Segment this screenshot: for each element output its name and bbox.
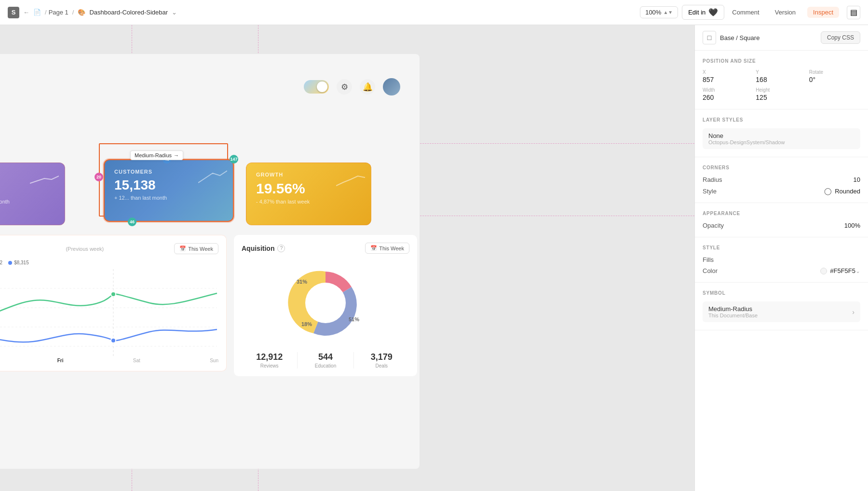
back-button[interactable]: ← [23,9,29,16]
toggle-knob [317,82,327,92]
growth-sparkline [336,169,365,188]
panel-header: □ Base / Square Copy CSS [695,25,868,51]
position-size-section: POSITION AND SIZE X 857 Y 168 Rotate 0° … [695,51,868,109]
day-fri: Fri [57,358,64,363]
zoom-arrow-icon: ▲▼ [663,10,673,15]
comment-button[interactable]: Comment [728,7,763,18]
main-layout: ⚙ 🔔 Medium-Radius → ORDERS 5,661 + 3,21%… [0,25,868,491]
growth-card: GROWTH 19.56% - 4,87% than last week [246,163,371,225]
zoom-control[interactable]: 100% ▲▼ [640,6,678,18]
fills-row: Fills [703,256,860,263]
orders-sparkline [30,169,59,188]
symbol-row[interactable]: Medium-Radius This Document/Base › [703,301,860,322]
acquisition-title-row: Aquisition ? [242,245,285,252]
style-title: STYLE [703,245,860,250]
y-prop: Y 168 [756,69,807,83]
radius-row: Radius 10 [703,176,860,183]
file-name[interactable]: Dashboard-Colored-Sidebar [89,9,168,16]
badge-46: 46 [128,218,136,226]
appearance-title: APPEARANCE [703,211,860,216]
donut-label-18: 18% [301,321,312,327]
growth-sub: - 4,87% than last week [256,199,361,205]
radius-value: 10 [854,176,860,183]
edit-in-button[interactable]: Edit in 🖤 [682,5,724,20]
theme-toggle[interactable] [304,80,329,94]
layer-style-name: None [708,132,854,139]
sidebar-toggle-button[interactable]: ▤ [847,6,860,19]
preview-header: ⚙ 🔔 [304,78,400,95]
canvas[interactable]: ⚙ 🔔 Medium-Radius → ORDERS 5,661 + 3,21%… [0,25,694,491]
color-label: Color [703,267,718,274]
left-this-week-button[interactable]: 📅 This Week [174,243,218,254]
badge-147: 147 [230,155,238,164]
opacity-label: Opacity [703,222,724,229]
left-chart-panel: 254 (Previous week) 📅 This Week $29,312 … [0,235,227,371]
version-button[interactable]: Version [771,7,800,18]
acquisition-title: Aquisition [242,245,274,252]
chart-legend: $29,312 $8,315 [0,260,218,265]
symbol-sub: This Document/Base [708,313,758,318]
legend-item-1: $29,312 [0,260,2,265]
chart-bottom-labels: Thu Fri Sat Sun [0,358,218,363]
layer-styles-title: LAYER STYLES [703,117,860,123]
app-logo: S [8,7,19,18]
line-chart-area [0,269,218,356]
topbar-left: S ← 📄 / Page 1 / 🎨 Dashboard-Colored-Sid… [8,7,636,18]
copy-css-button[interactable]: Copy CSS [821,31,860,44]
panel-header-left: □ Base / Square [703,31,760,44]
donut-container: 31% 51% 18% [287,264,364,341]
corners-title: CORNERS [703,165,860,170]
sidebar-icon: ▤ [850,8,857,17]
inspect-button[interactable]: Inspect [807,7,839,18]
figma-icon: 🖤 [708,8,718,17]
layer-style-item: None Octopus-DesignSystem/Shadow [703,128,860,149]
width-prop: Width 260 [703,87,754,101]
topbar-nav: ← 📄 / Page 1 / 🎨 Dashboard-Colored-Sideb… [23,9,177,16]
fills-label: Fills [703,256,714,263]
radius-label: Radius [703,176,722,183]
color-value: #F5F5F5 [830,267,855,274]
user-avatar[interactable] [383,78,400,95]
appearance-section: APPEARANCE Opacity 100% [695,203,868,237]
svg-point-7 [305,283,346,323]
position-size-title: POSITION AND SIZE [703,58,860,64]
right-chart-panel: Aquisition ? 📅 This Week [234,235,417,376]
customers-sparkline [198,166,227,185]
page-label[interactable]: Page 1 [49,9,68,16]
color-row: Color #F5F5F5 ⌄ [703,267,860,274]
customers-card-wrapper[interactable]: 43 147 20 46 CUSTOMERS 15,138 + 12... th… [99,159,234,222]
expand-arrow-icon[interactable]: ⌄ [855,268,860,274]
symbol-arrow-icon[interactable]: › [852,308,854,316]
legend-item-2: $8,315 [8,260,29,265]
badge-20: 20 [95,173,103,181]
rounded-icon: ◯ [824,187,832,195]
layer-style-sub: Octopus-DesignSystem/Shadow [708,139,854,145]
svg-point-6 [111,338,116,343]
topbar-center: 100% ▲▼ Edit in 🖤 [640,5,724,20]
symbol-title: SYMBOL [703,290,860,296]
medium-radius-label[interactable]: Medium-Radius → [130,150,183,160]
donut-area: 31% 51% 18% [242,259,409,346]
svg-point-5 [111,292,116,297]
prev-week-label: (Previous week) [66,246,104,252]
style-section: STYLE Fills Color #F5F5F5 ⌄ [695,237,868,283]
file-dropdown-icon[interactable]: ⌄ [172,9,177,16]
education-stat: 544 Education [298,352,353,368]
style-row: Style ◯ Rounded [703,187,860,195]
calendar-icon-right: 📅 [370,245,377,251]
inspect-panel: □ Base / Square Copy CSS POSITION AND SI… [694,25,868,491]
corners-style-label: Style [703,188,717,195]
position-size-grid: X 857 Y 168 Rotate 0° Width 260 Height [703,69,860,101]
right-this-week-button[interactable]: 📅 This Week [365,243,409,254]
day-sun: Sun [210,358,218,363]
help-icon[interactable]: ? [277,245,285,252]
orders-card: ORDERS 5,661 + 3,21% than last month [0,163,65,225]
component-name: Base / Square [720,34,760,41]
opacity-row: Opacity 100% [703,222,860,229]
symbol-name: Medium-Radius [708,305,758,313]
day-sat: Sat [133,358,140,363]
calendar-icon-left: 📅 [179,246,186,252]
donut-label-51: 51% [349,316,359,322]
notification-icon[interactable]: 🔔 [360,79,375,95]
settings-icon[interactable]: ⚙ [337,79,352,95]
